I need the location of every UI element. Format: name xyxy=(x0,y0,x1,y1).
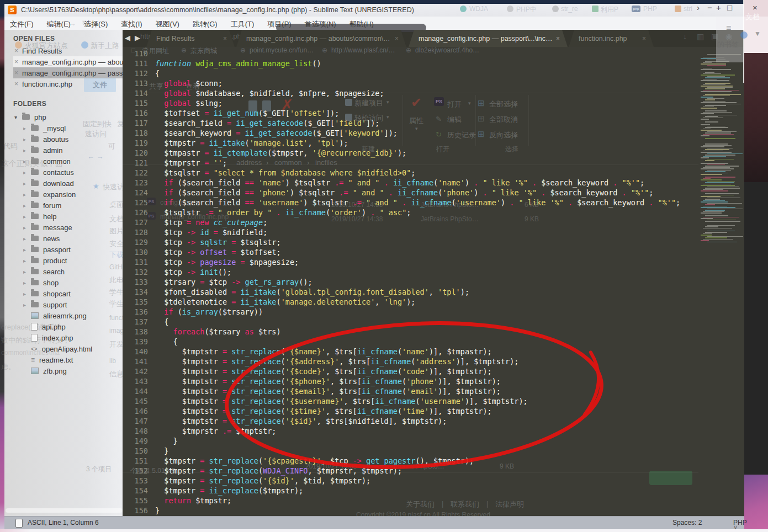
tab-close-icon[interactable]: × xyxy=(223,35,235,42)
code-token: $tcp xyxy=(155,258,187,267)
chevron-down-icon[interactable]: ▾ xyxy=(14,114,22,120)
tab-1[interactable]: manage_config.inc.php — aboutus\common\i… xyxy=(236,30,406,47)
tab-2-active[interactable]: manage_config.inc.php — passport\...\inc… xyxy=(409,30,568,47)
chevron-right-icon[interactable]: ▸ xyxy=(23,147,31,153)
code-token xyxy=(214,208,218,217)
folder-forum[interactable]: ▸forum xyxy=(23,200,123,211)
tab-close-icon[interactable]: × xyxy=(556,35,568,42)
close-file-icon[interactable]: × xyxy=(14,69,18,77)
open-file-0[interactable]: ×Find Results xyxy=(14,45,123,56)
menu-item-4[interactable]: 视图(V) xyxy=(156,19,179,29)
status-syntax[interactable]: PHP xyxy=(733,519,747,526)
folder-common[interactable]: ▸common xyxy=(23,156,123,167)
status-indentation[interactable]: Spaces: 2 xyxy=(672,519,702,526)
minimize-button[interactable]: − xyxy=(707,3,712,12)
tab-close-icon[interactable]: × xyxy=(395,35,406,42)
code-line: $tsqlstr = "select * from $ndatabase whe… xyxy=(155,168,415,178)
folder-icon xyxy=(31,147,39,153)
chevron-right-icon[interactable]: ▸ xyxy=(23,280,31,286)
code-token: ) $tsqlstr xyxy=(290,188,339,197)
code-token: ii_cfname xyxy=(393,178,433,187)
folder-admin[interactable]: ▸admin xyxy=(23,145,123,156)
folder-product[interactable]: ▸product xyxy=(23,255,123,266)
tab-3[interactable]: function.inc.php× xyxy=(569,30,654,47)
menu-item-8[interactable]: 首选项(N) xyxy=(305,19,336,29)
close-file-icon[interactable]: × xyxy=(14,47,18,55)
chevron-right-icon[interactable]: ▸ xyxy=(23,203,31,209)
chevron-right-icon[interactable]: ▸ xyxy=(23,125,31,131)
tab-scroll-left-icon[interactable]: ◀ xyxy=(125,34,130,42)
file-openAlipay.html[interactable]: <>openAlipay.html xyxy=(31,343,123,354)
chevron-right-icon[interactable]: ▸ xyxy=(23,247,31,253)
tab-0[interactable]: Find Results× xyxy=(146,30,235,47)
menu-item-2[interactable]: 选择(S) xyxy=(84,19,108,29)
menu-item-9[interactable]: 帮助(H) xyxy=(349,19,374,29)
folder-message[interactable]: ▸message xyxy=(23,222,123,233)
file-index.php[interactable]: index.php xyxy=(31,332,123,343)
folder-expansion[interactable]: ▸expansion xyxy=(23,189,123,200)
menu-item-1[interactable]: 编辑(E) xyxy=(47,19,71,29)
open-file-1[interactable]: ×manage_config.inc.php — aboutus xyxy=(14,56,123,67)
menu-item-5[interactable]: 跳转(G) xyxy=(193,19,218,29)
folder-shopcart[interactable]: ▸shopcart xyxy=(23,288,123,299)
menu-item-3[interactable]: 查找(I) xyxy=(121,19,142,29)
code-token: -> xyxy=(353,456,362,465)
file-label: api.php xyxy=(42,323,66,331)
chevron-right-icon[interactable]: ▸ xyxy=(23,225,31,231)
chevron-right-icon[interactable]: ▸ xyxy=(23,180,31,187)
chevron-right-icon[interactable]: ▸ xyxy=(23,269,31,275)
chevron-right-icon[interactable]: ▸ xyxy=(23,302,31,308)
tab-scroll-right-icon[interactable]: ▶ xyxy=(135,34,140,42)
minimap-line xyxy=(703,195,734,196)
folder-root-php[interactable]: ▾php xyxy=(14,111,123,123)
menu-item-0[interactable]: 文件(F) xyxy=(10,19,34,29)
code-line: global $ndatabase, $nidfield, $nfpre, $n… xyxy=(155,88,384,98)
chevron-right-icon[interactable]: ▸ xyxy=(23,214,31,220)
folder-passport[interactable]: ▸passport xyxy=(23,244,123,255)
folder-shop[interactable]: ▸shop xyxy=(23,277,123,288)
new-tab-button[interactable]: + xyxy=(716,3,721,12)
file-api.php[interactable]: api.php xyxy=(31,321,123,332)
chevron-right-icon[interactable]: ▸ xyxy=(23,169,31,175)
folder-support[interactable]: ▸support xyxy=(23,299,123,310)
chevron-right-icon[interactable]: ▸ xyxy=(23,291,31,297)
minimap-line xyxy=(705,149,729,150)
code-token: '{$code}' xyxy=(285,367,326,376)
minimap[interactable] xyxy=(700,49,743,512)
folder-contactus[interactable]: ▸contactus xyxy=(23,167,123,178)
folder-download[interactable]: ▸download xyxy=(23,178,123,189)
open-file-3[interactable]: ×function.inc.php xyxy=(14,78,123,89)
minimap-line xyxy=(703,184,731,185)
code-token xyxy=(227,407,231,416)
folder-_mysql[interactable]: ▸_mysql xyxy=(23,123,123,134)
open-file-2[interactable]: ×manage_config.inc.php — passport xyxy=(14,67,123,78)
file-zfb.png[interactable]: zfb.png xyxy=(31,365,123,376)
tab-close-icon[interactable]: × xyxy=(642,35,654,42)
folder-help[interactable]: ▸help xyxy=(23,211,123,222)
code-token xyxy=(384,188,389,197)
chevron-right-icon[interactable]: ▸ xyxy=(23,136,31,142)
chevron-right-icon[interactable]: ▸ xyxy=(23,191,31,198)
code-token: str_replace xyxy=(231,407,280,416)
chevron-right-icon[interactable]: ▸ xyxy=(23,236,31,242)
code-token: ( xyxy=(281,357,285,366)
code-token: ) $tsqlstr xyxy=(285,178,335,187)
code-token: ii_cfname xyxy=(357,367,398,376)
code-token xyxy=(281,208,285,217)
chevron-right-icon[interactable]: ▸ xyxy=(23,158,31,164)
maximize-button[interactable]: □ xyxy=(727,3,732,12)
folder-search[interactable]: ▸search xyxy=(23,266,123,277)
code-token xyxy=(393,188,398,197)
close-file-icon[interactable]: × xyxy=(14,80,18,88)
file-readme.txt[interactable]: ≡readme.txt xyxy=(31,354,123,365)
overflow-chevron-icon[interactable]: › xyxy=(697,3,700,12)
file-alireamrk.png[interactable]: alireamrk.png xyxy=(31,310,123,321)
menu-item-7[interactable]: 项目(P) xyxy=(267,19,291,29)
close-file-icon[interactable]: × xyxy=(14,58,18,66)
folder-aboutus[interactable]: ▸aboutus xyxy=(23,134,123,145)
close-button[interactable]: × xyxy=(753,3,758,12)
folder-news[interactable]: ▸news xyxy=(23,233,123,244)
code-token xyxy=(227,347,231,356)
chevron-right-icon[interactable]: ▸ xyxy=(23,258,31,264)
menu-item-6[interactable]: 工具(T) xyxy=(231,19,255,29)
